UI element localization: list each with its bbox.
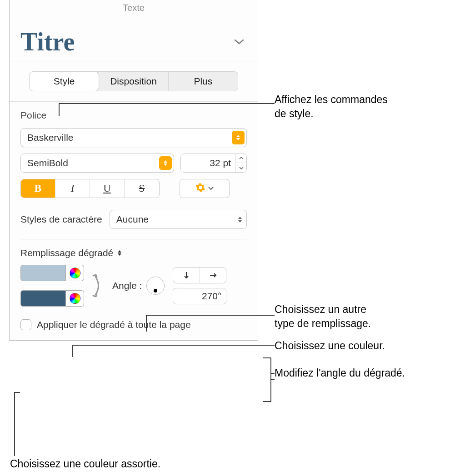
font-family-value: Baskerville	[27, 132, 74, 143]
text-inspector-panel: Texte Titre Style Disposition Plus Polic…	[9, 0, 258, 341]
fill-type-label: Remplissage dégradé	[20, 248, 113, 258]
italic-button[interactable]: I	[55, 179, 90, 198]
apply-full-page-label: Appliquer le dégradé à toute la page	[37, 319, 191, 330]
font-section-label: Police	[20, 110, 247, 121]
gradient-color-1-picker[interactable]	[66, 265, 84, 281]
direction-vertical-button[interactable]	[173, 268, 200, 283]
inspector-tabs: Style Disposition Plus	[29, 71, 238, 91]
font-size-value: 32 pt	[181, 158, 235, 169]
select-arrows-icon	[232, 131, 245, 144]
text-format-group: B I U S	[20, 179, 160, 198]
font-size-field[interactable]: 32 pt	[180, 154, 247, 173]
advanced-options-button[interactable]	[180, 179, 230, 198]
font-weight-value: SemiBold	[27, 158, 68, 169]
fill-type-select[interactable]	[118, 250, 121, 256]
stepper-up[interactable]	[236, 154, 246, 163]
chevron-down-icon	[208, 187, 214, 190]
color-wheel-icon	[70, 293, 80, 304]
gradient-direction-group	[173, 267, 226, 283]
callout-style: Affichez les commandes de style.	[275, 93, 388, 121]
swap-colors-button[interactable]	[92, 272, 104, 299]
paragraph-style-selector[interactable]: Titre	[10, 17, 258, 61]
callout-matching-color: Choisissez une couleur assortie.	[10, 457, 160, 471]
color-wheel-icon	[70, 268, 80, 278]
stepper-down[interactable]	[236, 163, 246, 173]
direction-horizontal-button[interactable]	[200, 268, 226, 283]
font-size-stepper	[235, 154, 246, 173]
gradient-color-1-swatch[interactable]	[20, 265, 66, 281]
apply-full-page-checkbox[interactable]	[20, 319, 31, 330]
angle-dial-handle	[154, 289, 157, 293]
angle-label: Angle :	[112, 280, 142, 291]
font-family-select[interactable]: Baskerville	[20, 128, 247, 147]
angle-dial[interactable]	[146, 277, 165, 295]
character-style-select[interactable]: Aucune	[110, 210, 247, 229]
select-arrows-icon	[238, 217, 242, 223]
strikethrough-button[interactable]: S	[125, 179, 159, 198]
gradient-color-2-swatch[interactable]	[20, 290, 66, 307]
bold-button[interactable]: B	[21, 179, 55, 198]
style-sample-text: Titre	[20, 29, 75, 55]
tab-layout[interactable]: Disposition	[99, 72, 168, 91]
select-arrows-icon	[159, 156, 172, 170]
callout-fill-type: Choisissez un autre type de remplissage.	[275, 302, 371, 331]
character-styles-label: Styles de caractère	[20, 214, 102, 225]
gradient-color-2-picker[interactable]	[66, 290, 84, 307]
font-weight-select[interactable]: SemiBold	[20, 154, 174, 173]
callout-color: Choisissez une couleur.	[275, 339, 385, 353]
angle-value-field[interactable]: 270°	[173, 288, 226, 304]
callout-angle: Modifiez l'angle du dégradé.	[275, 366, 405, 380]
gear-icon	[195, 183, 205, 194]
panel-title: Texte	[10, 0, 258, 17]
character-style-value: Aucune	[116, 214, 149, 225]
tab-more[interactable]: Plus	[169, 72, 238, 91]
tab-style[interactable]: Style	[29, 71, 99, 91]
chevron-down-icon	[234, 39, 244, 45]
angle-value: 270°	[202, 291, 221, 302]
underline-button[interactable]: U	[90, 179, 125, 198]
